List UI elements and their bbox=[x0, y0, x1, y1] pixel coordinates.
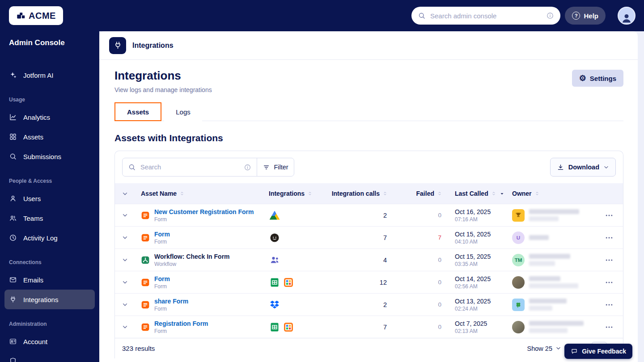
asset-name-link[interactable]: Workflow: Check In Form bbox=[154, 253, 230, 260]
breadcrumb-label: Integrations bbox=[132, 42, 174, 50]
sidebar-item-label: Assets bbox=[23, 133, 43, 141]
assets-table: Filter Download Asset NameIntegrationsIn… bbox=[114, 151, 623, 358]
sort-icon bbox=[437, 190, 442, 197]
column-header-last-called[interactable]: Last Called bbox=[446, 190, 505, 197]
asset-name-link[interactable]: Form bbox=[154, 275, 170, 282]
chevron-down-icon bbox=[555, 345, 561, 351]
table-row: Registration FormForm70Oct 7, 202502:13 … bbox=[115, 316, 623, 338]
failed-value: 0 bbox=[392, 257, 446, 263]
asset-name-link[interactable]: Form bbox=[154, 231, 170, 238]
owner-avatar bbox=[512, 276, 525, 289]
row-expand-chevron-icon[interactable] bbox=[121, 301, 129, 308]
settings-button[interactable]: ⚙ Settings bbox=[572, 70, 623, 87]
row-expand-chevron-icon[interactable] bbox=[121, 256, 129, 264]
table-search-input[interactable] bbox=[140, 164, 239, 171]
form-type-icon bbox=[141, 211, 150, 220]
row-actions-button[interactable] bbox=[605, 256, 614, 265]
tab-logs[interactable]: Logs bbox=[164, 102, 202, 121]
sidebar-item-teams[interactable]: Teams bbox=[0, 208, 99, 228]
table-toolbar: Filter Download bbox=[115, 151, 623, 183]
sorted-desc-icon bbox=[499, 191, 505, 197]
column-header-integrations[interactable]: Integrations bbox=[262, 190, 319, 197]
last-called-time: 02:56 AM bbox=[455, 283, 505, 290]
section-title: Assets with Integrations bbox=[114, 133, 638, 143]
last-called-date: Oct 15, 2025 bbox=[455, 231, 505, 238]
sidebar-item-jotform-ai[interactable]: Jotform AI bbox=[0, 65, 99, 85]
table-body: New Customer Registration FormForm20Oct … bbox=[115, 204, 623, 338]
owner-avatar bbox=[512, 299, 525, 311]
asset-name-link[interactable]: share Form bbox=[154, 298, 188, 305]
plug-icon bbox=[9, 295, 17, 303]
table-search bbox=[123, 158, 257, 176]
failed-value: 0 bbox=[392, 301, 446, 308]
column-header-integration-calls[interactable]: Integration calls bbox=[319, 190, 392, 197]
owner-avatar bbox=[512, 321, 525, 333]
row-actions-button[interactable] bbox=[605, 300, 614, 309]
sort-icon bbox=[491, 190, 496, 197]
row-actions-button[interactable] bbox=[605, 278, 614, 287]
sidebar-item-label: Analytics bbox=[23, 114, 50, 121]
asset-type-label: Form bbox=[154, 283, 170, 290]
failed-value: 0 bbox=[392, 212, 446, 219]
settings-label: Settings bbox=[590, 75, 616, 82]
expand-all-chevron-icon[interactable] bbox=[121, 190, 129, 198]
row-expand-chevron-icon[interactable] bbox=[121, 234, 129, 241]
owner-avatar: TM bbox=[512, 254, 525, 266]
dropbox-icon bbox=[269, 299, 280, 311]
sidebar-item-label: Teams bbox=[23, 215, 43, 222]
download-button[interactable]: Download bbox=[550, 158, 616, 177]
table-row: FormForm120Oct 14, 202502:56 AM bbox=[115, 271, 623, 293]
filter-icon bbox=[263, 164, 270, 171]
owner-name-redacted bbox=[529, 276, 578, 288]
show-label: Show 25 bbox=[527, 345, 552, 352]
give-feedback-button[interactable]: Give Feedback bbox=[564, 344, 632, 359]
question-icon: ? bbox=[572, 12, 580, 20]
row-actions-button[interactable] bbox=[605, 211, 614, 220]
users-icon bbox=[9, 214, 17, 222]
sidebar-item-analytics[interactable]: Analytics bbox=[0, 107, 99, 127]
sidebar: Admin Console Jotform AI UsageAnalyticsA… bbox=[0, 31, 99, 362]
sidebar-item-emails[interactable]: Emails bbox=[0, 270, 99, 290]
sidebar-nav: UsageAnalyticsAssetsSubmissionsPeople & … bbox=[0, 97, 99, 351]
row-expand-chevron-icon[interactable] bbox=[121, 211, 129, 219]
column-header-failed[interactable]: Failed bbox=[392, 190, 446, 197]
asset-name-link[interactable]: Registration Form bbox=[154, 320, 208, 327]
sidebar-item-label: Emails bbox=[23, 276, 43, 284]
sidebar-item-partial[interactable] bbox=[0, 351, 99, 362]
google-sheets-icon bbox=[269, 277, 280, 288]
tab-assets[interactable]: Assets bbox=[114, 102, 161, 121]
asset-type-label: Form bbox=[154, 239, 170, 245]
page-subtitle: View logs and manage integrations bbox=[114, 86, 623, 93]
show-per-page-select[interactable]: Show 25 bbox=[527, 345, 561, 352]
sidebar-item-account[interactable]: Account bbox=[0, 332, 99, 351]
help-button[interactable]: ? Help bbox=[565, 7, 606, 25]
shield-icon bbox=[9, 357, 17, 362]
row-actions-button[interactable] bbox=[605, 233, 614, 242]
admin-search bbox=[411, 7, 560, 25]
sidebar-item-integrations[interactable]: Integrations bbox=[4, 290, 95, 309]
sidebar-item-activity-log[interactable]: Activity Log bbox=[0, 228, 99, 248]
column-header-asset-name[interactable]: Asset Name bbox=[135, 190, 262, 197]
integrations-plug-badge bbox=[109, 37, 126, 54]
sparkles-icon bbox=[9, 71, 17, 79]
results-count: 323 results bbox=[122, 345, 155, 352]
owner-name-redacted bbox=[529, 299, 567, 311]
user-avatar[interactable] bbox=[618, 7, 636, 25]
row-actions-button[interactable] bbox=[605, 323, 614, 332]
filter-button[interactable]: Filter bbox=[257, 158, 294, 176]
person-icon bbox=[621, 12, 632, 24]
sidebar-item-users[interactable]: Users bbox=[0, 189, 99, 208]
row-expand-chevron-icon[interactable] bbox=[121, 278, 129, 286]
form-type-icon bbox=[141, 278, 150, 287]
row-expand-chevron-icon[interactable] bbox=[121, 323, 129, 331]
table-footer: 323 results Show 25 Page: of bbox=[115, 338, 623, 358]
asset-name-link[interactable]: New Customer Registration Form bbox=[154, 208, 254, 215]
logo-text: ACME bbox=[29, 11, 56, 21]
last-called-time: 02:13 AM bbox=[455, 328, 505, 334]
sidebar-section-label: Connections bbox=[9, 259, 99, 265]
admin-search-input[interactable] bbox=[430, 12, 542, 20]
column-header-owner[interactable]: Owner bbox=[505, 190, 595, 197]
last-called-date: Oct 15, 2025 bbox=[455, 253, 505, 260]
sidebar-item-submissions[interactable]: Submissions bbox=[0, 147, 99, 166]
sidebar-item-assets[interactable]: Assets bbox=[0, 127, 99, 147]
